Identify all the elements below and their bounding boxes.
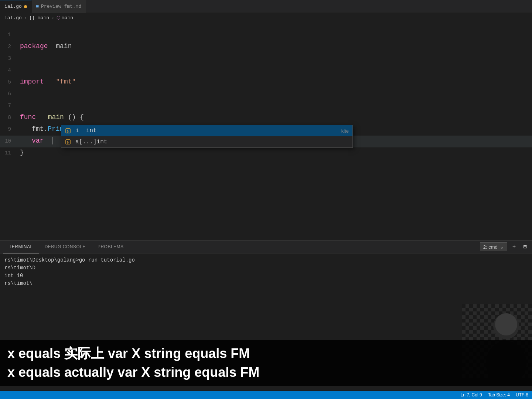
breadcrumb-scope: {} main bbox=[29, 15, 50, 21]
chevron-down-icon: ⌄ bbox=[500, 244, 504, 250]
autocomplete-item-i-int[interactable]: § i int kite bbox=[61, 125, 352, 136]
variable-icon-1: § bbox=[65, 128, 72, 134]
breadcrumb: ial.go › {} main › ⬡ main bbox=[0, 13, 532, 23]
autocomplete-text-2: a[...]int bbox=[75, 139, 349, 145]
terminal-line-3: int 10 bbox=[4, 272, 528, 280]
preview-icon: ⊞ bbox=[36, 4, 39, 9]
code-line-6: 6 bbox=[0, 88, 532, 100]
svg-text:§: § bbox=[67, 140, 69, 144]
tab-bar: ial.go ⊞ Preview fmt.md bbox=[0, 0, 532, 13]
code-line-7: 7 bbox=[0, 100, 532, 112]
keyword-var: var bbox=[32, 137, 44, 144]
bottom-panel: TERMINAL DEBUG CONSOLE PROBLEMS 2: cmd ⌄… bbox=[0, 240, 532, 399]
variable-icon-2: § bbox=[65, 139, 72, 145]
panel-tab-problems[interactable]: PROBLEMS bbox=[92, 241, 130, 253]
terminal-name: 2: cmd bbox=[483, 244, 498, 250]
svg-text:§: § bbox=[67, 129, 69, 133]
code-line-5: 5 import "fmt" bbox=[0, 76, 532, 88]
terminal-line-2: rs\timot\D bbox=[4, 264, 528, 272]
status-bar: Ln 7, Col 9 Tab Size: 4 UTF-8 bbox=[0, 391, 532, 399]
autocomplete-dropdown[interactable]: § i int kite § a[...]int bbox=[61, 125, 353, 148]
subtitle-line-1: x equals 实际上 var X string equals FM bbox=[7, 344, 525, 363]
tab-preview-label: Preview fmt.md bbox=[41, 4, 81, 9]
dirty-indicator bbox=[24, 5, 27, 8]
keyword-package: package bbox=[20, 42, 48, 50]
panel-controls: 2: cmd ⌄ + ⊟ bbox=[480, 242, 529, 251]
terminal-line-4: rs\timot\ bbox=[4, 280, 528, 287]
keyword-import: import bbox=[20, 78, 44, 85]
status-tab-size: Tab Size: 4 bbox=[488, 392, 510, 398]
fmt-ref: fmt. bbox=[32, 125, 48, 133]
breadcrumb-function: main bbox=[62, 15, 73, 21]
subtitle-line-2: x equals actually var X string equals FM bbox=[7, 363, 525, 382]
breadcrumb-icon: ⬡ bbox=[57, 15, 60, 21]
breadcrumb-file: ial.go bbox=[4, 15, 22, 21]
code-line-3: 3 bbox=[0, 53, 532, 65]
code-line-1: 1 bbox=[0, 29, 532, 41]
split-terminal-button[interactable]: ⊟ bbox=[521, 242, 529, 251]
status-encoding: UTF-8 bbox=[516, 392, 528, 398]
code-line-4: 4 bbox=[0, 65, 532, 76]
add-terminal-button[interactable]: + bbox=[510, 243, 518, 251]
keyword-func: func bbox=[20, 113, 36, 121]
panel-tab-bar: TERMINAL DEBUG CONSOLE PROBLEMS 2: cmd ⌄… bbox=[0, 241, 532, 253]
text-cursor bbox=[52, 137, 52, 144]
code-line-2: 2 package main bbox=[0, 41, 532, 53]
code-editor[interactable]: 1 2 package main 3 4 5 import "fmt" 6 7 bbox=[0, 23, 532, 234]
panel-tab-terminal[interactable]: TERMINAL bbox=[3, 241, 39, 253]
svg-point-6 bbox=[495, 313, 517, 335]
autocomplete-text-1: i int bbox=[75, 127, 338, 134]
func-name-main: main bbox=[48, 113, 64, 121]
terminal-output: rs\timot\Desktop\golang>go run tutorial.… bbox=[0, 253, 532, 290]
terminal-selector[interactable]: 2: cmd ⌄ bbox=[480, 242, 507, 251]
string-fmt: "fmt" bbox=[56, 78, 76, 85]
tab-tutorial-label: ial.go bbox=[4, 4, 22, 9]
code-line-11: 11 } bbox=[0, 147, 532, 159]
tab-tutorial[interactable]: ial.go bbox=[0, 0, 32, 13]
status-position: Ln 7, Col 9 bbox=[461, 392, 482, 398]
code-line-8: 8 func main () { bbox=[0, 112, 532, 124]
subtitle-overlay: x equals 实际上 var X string equals FM x eq… bbox=[0, 340, 532, 386]
panel-tab-debug[interactable]: DEBUG CONSOLE bbox=[39, 241, 92, 253]
terminal-line-1: rs\timot\Desktop\golang>go run tutorial.… bbox=[4, 256, 528, 264]
kite-badge: kite bbox=[341, 128, 349, 134]
autocomplete-item-a-int[interactable]: § a[...]int bbox=[61, 136, 352, 147]
tab-preview[interactable]: ⊞ Preview fmt.md bbox=[32, 0, 86, 13]
